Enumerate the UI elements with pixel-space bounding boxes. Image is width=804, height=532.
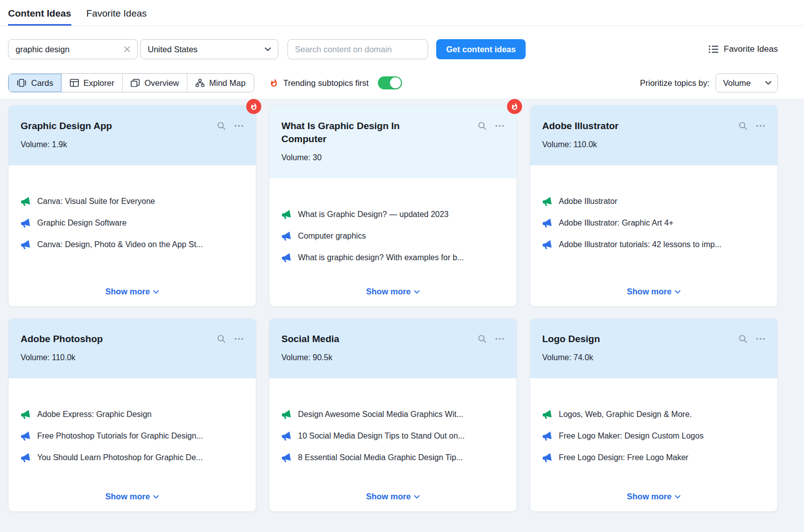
- topic-card-adobe-illustrator: Adobe Illustrator Volume: 110.0k Adobe I…: [530, 105, 778, 307]
- headline-text: 10 Social Media Design Tips to Stand Out…: [298, 431, 465, 441]
- card-menu-icon[interactable]: [234, 121, 244, 131]
- headline-item[interactable]: Free Logo Maker: Design Custom Logos: [542, 431, 765, 441]
- headline-text: Free Logo Maker: Design Custom Logos: [559, 431, 703, 441]
- headline-text: Canva: Design, Photo & Video on the App …: [37, 240, 203, 250]
- headline-text: Adobe Express: Graphic Design: [37, 409, 152, 419]
- megaphone-icon: [280, 231, 291, 242]
- topic-card-adobe-photoshop: Adobe Photoshop Volume: 110.0k Adobe Exp…: [8, 318, 256, 512]
- headline-item[interactable]: What is graphic design? With examples fo…: [281, 253, 505, 263]
- megaphone-icon: [20, 196, 31, 207]
- headline-item[interactable]: Canva: Visual Suite for Everyone: [21, 196, 244, 206]
- megaphone-icon: [541, 409, 552, 420]
- megaphone-icon: [541, 218, 552, 229]
- view-mindmap-label: Mind Map: [209, 78, 245, 88]
- card-menu-icon[interactable]: [756, 121, 765, 131]
- view-explorer-label: Explorer: [83, 78, 114, 88]
- headline-item[interactable]: Adobe Illustrator: [542, 196, 765, 206]
- tab-content-ideas[interactable]: Content Ideas: [8, 0, 71, 26]
- card-search-icon[interactable]: [217, 121, 226, 131]
- view-cards-button[interactable]: Cards: [9, 74, 61, 92]
- headline-item[interactable]: Adobe Illustrator: Graphic Art 4+: [542, 218, 765, 228]
- prioritize-select[interactable]: Volume: [716, 73, 778, 92]
- card-title[interactable]: Logo Design: [542, 333, 600, 346]
- headline-item[interactable]: You Should Learn Photoshop for Graphic D…: [21, 453, 244, 463]
- headline-text: What is Graphic Design? — updated 2023: [298, 209, 449, 220]
- favorite-ideas-link[interactable]: Favorite Ideas: [709, 44, 778, 54]
- view-cards-label: Cards: [31, 78, 53, 88]
- card-volume: Volume: 30: [281, 153, 505, 162]
- headline-item[interactable]: Logos, Web, Graphic Design & More.: [542, 409, 765, 419]
- trending-flame-badge: [507, 99, 522, 114]
- keyword-input[interactable]: [9, 40, 137, 59]
- card-menu-icon[interactable]: [756, 334, 765, 344]
- show-more-button[interactable]: Show more: [106, 281, 159, 306]
- headline-text: Free Photoshop Tutorials for Graphic Des…: [37, 431, 203, 441]
- headline-text: Canva: Visual Suite for Everyone: [37, 196, 155, 206]
- card-header: Adobe Photoshop Volume: 110.0k: [9, 318, 256, 378]
- show-more-label: Show more: [106, 492, 150, 501]
- tab-favorite-ideas[interactable]: Favorite Ideas: [86, 0, 147, 26]
- megaphone-icon: [280, 409, 291, 420]
- headline-item[interactable]: Adobe Express: Graphic Design: [21, 409, 244, 419]
- card-menu-icon[interactable]: [495, 334, 505, 344]
- card-title[interactable]: Adobe Photoshop: [21, 333, 103, 346]
- card-actions: [217, 334, 244, 344]
- headline-text: Adobe Illustrator: Graphic Art 4+: [559, 218, 673, 228]
- prioritize-value: Volume: [723, 78, 751, 88]
- get-content-ideas-button[interactable]: Get content ideas: [436, 39, 526, 59]
- show-more-label: Show more: [366, 492, 411, 501]
- view-overview-button[interactable]: Overview: [122, 74, 187, 92]
- card-title[interactable]: Adobe Illustrator: [542, 120, 619, 133]
- card-search-icon[interactable]: [738, 334, 748, 344]
- headline-item[interactable]: Computer graphics: [281, 231, 505, 241]
- megaphone-icon: [280, 252, 291, 263]
- megaphone-icon: [541, 239, 552, 250]
- prioritize-label: Prioritize topics by:: [640, 78, 710, 88]
- megaphone-icon: [280, 452, 291, 463]
- country-select[interactable]: United States: [140, 39, 278, 59]
- show-more-button[interactable]: Show more: [366, 281, 420, 306]
- headline-text: Graphic Design Software: [37, 218, 127, 228]
- view-explorer-button[interactable]: Explorer: [61, 74, 122, 92]
- card-search-icon[interactable]: [477, 121, 487, 131]
- headline-text: Logos, Web, Graphic Design & More.: [559, 409, 692, 419]
- card-title[interactable]: What Is Graphic Design In Computer: [281, 120, 442, 146]
- show-more-button[interactable]: Show more: [106, 486, 159, 511]
- card-search-icon[interactable]: [477, 334, 487, 344]
- show-more-button[interactable]: Show more: [627, 486, 681, 511]
- show-more-button[interactable]: Show more: [366, 486, 420, 511]
- headline-item[interactable]: Canva: Design, Photo & Video on the App …: [21, 240, 244, 250]
- view-mindmap-button[interactable]: Mind Map: [187, 74, 253, 92]
- megaphone-icon: [20, 218, 31, 229]
- card-volume: Volume: 110.0k: [542, 140, 765, 149]
- cards-area: Graphic Design App Volume: 1.9k Canva: V…: [0, 98, 804, 532]
- card-menu-icon[interactable]: [495, 121, 505, 131]
- headline-item[interactable]: 8 Essential Social Media Graphic Design …: [281, 453, 505, 463]
- card-search-icon[interactable]: [738, 121, 748, 131]
- headline-item[interactable]: 10 Social Media Design Tips to Stand Out…: [281, 431, 505, 441]
- headline-text: 8 Essential Social Media Graphic Design …: [298, 453, 463, 463]
- card-title[interactable]: Graphic Design App: [21, 120, 112, 133]
- headline-item[interactable]: Free Logo Design: Free Logo Maker: [542, 453, 765, 463]
- headline-item[interactable]: Free Photoshop Tutorials for Graphic Des…: [21, 431, 244, 441]
- topic-card-what-is-graphic-design: What Is Graphic Design In Computer Volum…: [269, 105, 517, 307]
- headline-item[interactable]: Adobe Illustrator tutorials: 42 lessons …: [542, 240, 765, 250]
- headline-item[interactable]: What is Graphic Design? — updated 2023: [281, 209, 505, 220]
- trending-flame-icon: [269, 78, 278, 87]
- card-header: Social Media Volume: 90.5k: [269, 318, 517, 378]
- card-search-icon[interactable]: [217, 334, 226, 344]
- clear-keyword-icon[interactable]: [122, 44, 132, 54]
- trending-label: Trending subtopics first: [283, 78, 369, 88]
- trending-flame-badge: [246, 99, 261, 114]
- headline-item[interactable]: Design Awesome Social Media Graphics Wit…: [281, 409, 505, 419]
- card-menu-icon[interactable]: [234, 334, 244, 344]
- card-title[interactable]: Social Media: [281, 333, 339, 346]
- show-more-button[interactable]: Show more: [627, 281, 681, 306]
- megaphone-icon: [20, 452, 31, 463]
- card-body: Adobe Express: Graphic Design Free Photo…: [9, 378, 256, 486]
- domain-search-input[interactable]: [288, 40, 428, 59]
- headline-text: Free Logo Design: Free Logo Maker: [559, 453, 688, 463]
- headline-item[interactable]: Graphic Design Software: [21, 218, 244, 228]
- trending-toggle[interactable]: [378, 76, 402, 89]
- headline-text: What is graphic design? With examples fo…: [298, 253, 464, 263]
